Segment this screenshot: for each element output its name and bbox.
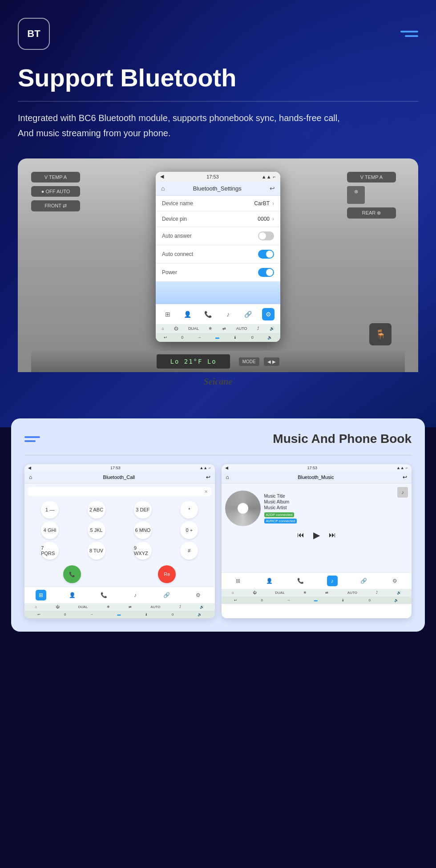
call-home-icon[interactable]: ⌂ (29, 474, 32, 480)
dial-6[interactable]: 6 MNO (134, 521, 152, 539)
next-button[interactable]: ⏭ (329, 531, 336, 539)
music-back-arrow[interactable]: ◀ (225, 466, 228, 470)
end-call-button[interactable]: Re (158, 565, 176, 583)
vol-down-icon[interactable]: 🔉 (267, 335, 272, 340)
call-person-icon[interactable]: 👤 (67, 590, 78, 600)
call-search-bar[interactable]: ✕ (28, 487, 211, 496)
music-hamburger-icon[interactable] (24, 436, 40, 442)
music-home-sys[interactable]: ⌂ (232, 591, 234, 595)
call-power-sys[interactable]: ⏻ (56, 605, 59, 609)
music-home-icon[interactable]: ⌂ (226, 474, 229, 480)
auto-answer-row[interactable]: Auto answer (156, 227, 280, 245)
call-snow[interactable]: ❄ (107, 605, 110, 609)
dial-1[interactable]: 1 — (41, 501, 59, 519)
music-snow[interactable]: ❄ (303, 591, 307, 595)
music-temp[interactable]: 🌡 (341, 598, 345, 602)
grid-icon[interactable]: ⊞ (161, 308, 174, 320)
device-pin-row[interactable]: Device pin 0000 › (156, 211, 280, 227)
music-link-icon[interactable]: 🔗 (358, 576, 369, 586)
call-music-icon[interactable]: ♪ (130, 590, 141, 600)
music-phone-icon[interactable]: 📞 (295, 576, 306, 586)
settings-icon[interactable]: ⚙ (262, 308, 275, 320)
call-settings-icon[interactable]: ⚙ (193, 590, 203, 600)
music-power-sys[interactable]: ⏻ (253, 591, 256, 595)
search-clear-icon[interactable]: ✕ (204, 489, 208, 494)
call-temp[interactable]: 🌡 (145, 612, 148, 617)
prev-button[interactable]: ⏮ (297, 531, 304, 539)
music-back-icon[interactable]: ↩ (403, 474, 407, 480)
music-grid-icon[interactable]: ⊞ (233, 576, 243, 586)
phone-icon[interactable]: 📞 (202, 308, 214, 320)
dial-4[interactable]: 4 GHI (41, 521, 59, 539)
dial-3[interactable]: 3 DEF (134, 501, 152, 519)
car-btn-rear[interactable]: REAR ⊗ (347, 207, 396, 219)
seat-button[interactable]: 🪑 (369, 323, 392, 345)
call-back-arrow[interactable]: ◀ (28, 466, 31, 470)
auto-connect-row[interactable]: Auto connect (156, 245, 280, 264)
arrow-right-icon[interactable]: → (198, 335, 202, 340)
dial-hash[interactable]: # (180, 542, 198, 560)
phone-nav-bar: ⌂ Bluetooth_Settings ↩ (156, 181, 280, 196)
call-slider[interactable]: ▬ (117, 612, 121, 617)
temp-icon[interactable]: 🌡 (233, 335, 237, 340)
power-sys-icon[interactable]: ⏻ (174, 326, 178, 331)
car-btn-front[interactable]: FRONT ⇄ (31, 200, 80, 211)
car-btn-temp-left[interactable]: V TEMP A (31, 172, 80, 183)
music-slider[interactable]: ▬ (314, 598, 318, 602)
arrows-icon[interactable]: ⇄ (222, 326, 226, 331)
music-vol-d[interactable]: 🔉 (394, 598, 399, 602)
device-name-row[interactable]: Device name CarBT › (156, 196, 280, 211)
home-icon[interactable]: ⌂ (161, 185, 165, 192)
call-home-sys[interactable]: ⌂ (35, 605, 37, 609)
person-icon[interactable]: 👤 (182, 308, 194, 320)
dial-0[interactable]: 0 + (180, 521, 198, 539)
music-note-nav-icon[interactable]: ♪ (327, 576, 338, 586)
music-fan[interactable]: ⤴ (376, 591, 378, 595)
car-btn-symbol[interactable]: ⊗ (347, 186, 365, 204)
music-arrows-sys[interactable]: ⇄ (325, 591, 328, 595)
fan-icon[interactable]: ⤴ (257, 326, 259, 331)
snow-icon[interactable]: ❄ (209, 326, 212, 331)
back-arrow[interactable]: ◀ (160, 174, 164, 179)
call-link-icon[interactable]: 🔗 (161, 590, 172, 600)
slider-icon[interactable]: ▬ (215, 335, 219, 340)
music-vol[interactable]: 🔊 (397, 591, 401, 595)
dial-8[interactable]: 8 TUV (88, 542, 105, 560)
car-btn-off-auto[interactable]: ● OFF AUTO (31, 186, 80, 197)
call-vol[interactable]: 🔊 (200, 605, 204, 609)
dial-2[interactable]: 2 ABC (88, 501, 105, 519)
back-sys-icon[interactable]: ↩ (164, 335, 167, 340)
call-button[interactable]: 📞 (63, 565, 81, 583)
dial-star[interactable]: * (180, 501, 198, 519)
hamburger-menu-icon[interactable] (400, 31, 418, 37)
mode-btn[interactable]: MODE (239, 357, 259, 366)
link-icon[interactable]: 🔗 (242, 308, 254, 320)
music-person-icon[interactable]: 👤 (264, 576, 275, 586)
call-arr-r[interactable]: → (90, 612, 93, 617)
call-grid-icon[interactable]: ⊞ (36, 590, 46, 600)
call-arrows[interactable]: ⇄ (129, 605, 132, 609)
auto-connect-toggle[interactable] (258, 250, 274, 259)
car-btn-temp-right[interactable]: V TEMP A (347, 172, 396, 183)
play-button[interactable]: ▶ (313, 530, 320, 540)
dial-9[interactable]: 9 WXYZ (134, 542, 152, 560)
music-back2[interactable]: ↩ (234, 598, 237, 602)
music-icon[interactable]: ♪ (222, 308, 234, 320)
dial-7[interactable]: 7 PQRS (41, 542, 59, 560)
call-phone-icon[interactable]: 📞 (98, 590, 109, 600)
back-icon[interactable]: ↩ (270, 185, 275, 192)
power-row[interactable]: Power (156, 264, 280, 282)
music-settings-icon[interactable]: ⚙ (390, 576, 400, 586)
dual-label: DUAL (188, 326, 199, 331)
dial-5[interactable]: 5 JKL (88, 521, 105, 539)
power-toggle[interactable] (258, 268, 274, 277)
call-fan[interactable]: ⤴ (179, 605, 181, 609)
call-back2[interactable]: ↩ (37, 612, 40, 617)
auto-answer-toggle[interactable] (258, 231, 274, 240)
music-arr-r[interactable]: → (287, 598, 290, 602)
mode-arrows[interactable]: ◀ ▶ (264, 357, 279, 366)
vol-icon[interactable]: 🔊 (270, 326, 275, 331)
home-sys-icon[interactable]: ⌂ (161, 326, 164, 331)
call-back-icon[interactable]: ↩ (206, 474, 210, 480)
call-vol-d[interactable]: 🔉 (198, 612, 202, 617)
